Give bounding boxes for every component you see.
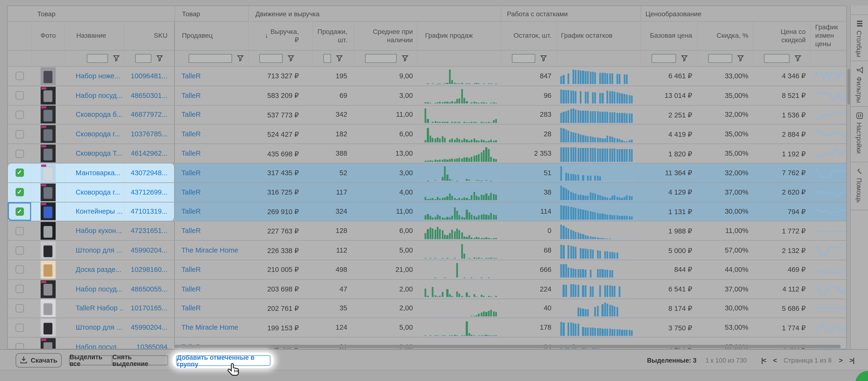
filter-input[interactable] <box>323 54 331 63</box>
row-checkbox[interactable] <box>15 130 24 138</box>
seller-link[interactable]: TalleR <box>181 266 200 274</box>
product-name-link[interactable]: Сковорода Т... <box>76 150 122 158</box>
row-checkbox[interactable] <box>15 285 24 293</box>
product-name-link[interactable]: Сковорода г... <box>76 130 120 138</box>
row-checkbox[interactable] <box>15 111 24 119</box>
product-photo[interactable] <box>40 164 55 182</box>
filter-input[interactable] <box>652 54 676 63</box>
product-name-link[interactable]: Мантоварка... <box>76 169 120 177</box>
select-all-button[interactable]: Выделить все <box>69 356 112 365</box>
seller-link[interactable]: TalleR <box>181 111 200 119</box>
seller-link[interactable]: TalleR <box>181 130 200 138</box>
filter-funnel-icon[interactable] <box>287 55 294 62</box>
product-name-link[interactable]: Штопор для ... <box>76 246 122 254</box>
table-row[interactable]: Сковорода Т...46142962...TalleR435 698 ₽… <box>8 144 846 163</box>
header-stock[interactable]: Остаток, шт. <box>501 22 557 50</box>
product-photo[interactable] <box>40 183 55 201</box>
header-price-chart[interactable]: График измен цены <box>810 22 847 50</box>
table-row[interactable]: Набор посуд...48650301...TalleR583 209 ₽… <box>8 86 846 105</box>
product-sku-link[interactable]: 43712699... <box>131 188 167 196</box>
filter-input[interactable] <box>259 54 283 63</box>
table-row[interactable]: Штопор для ...45990204...The Miracle Hom… <box>8 241 846 260</box>
product-photo[interactable] <box>40 241 55 259</box>
filter-funnel-icon[interactable] <box>113 55 120 62</box>
filter-input[interactable] <box>87 54 108 63</box>
table-row[interactable]: Набор ноже...10096481...TalleR713 327 ₽1… <box>8 67 846 86</box>
product-sku-link[interactable]: 10170165... <box>131 305 167 312</box>
row-checkbox[interactable] <box>15 246 24 254</box>
filter-input[interactable] <box>708 54 732 63</box>
header-seller[interactable]: Продавец <box>175 22 248 50</box>
product-name-link[interactable]: Набор ноже... <box>76 72 120 80</box>
seller-link[interactable]: TalleR <box>181 285 200 293</box>
filter-funnel-icon[interactable] <box>540 55 547 62</box>
product-photo[interactable] <box>40 145 55 163</box>
header-base-price[interactable]: Базовая цена <box>640 22 697 50</box>
header-sales[interactable]: Продажи, шт. <box>312 22 354 50</box>
product-sku-link[interactable]: 10376785... <box>131 130 167 138</box>
header-sku[interactable]: SKU <box>124 22 175 50</box>
product-sku-link[interactable]: 43072948... <box>131 169 167 177</box>
filter-input[interactable] <box>764 54 789 63</box>
product-name-link[interactable]: Набор посуд... <box>76 92 123 100</box>
table-row[interactable]: Набор посуд...48650055...TalleR203 698 ₽… <box>8 280 846 299</box>
product-sku-link[interactable]: 45990204... <box>131 246 167 254</box>
header-revenue[interactable]: ↓ Выручка, ₽ <box>248 22 312 50</box>
product-sku-link[interactable]: 46142962... <box>131 150 167 158</box>
product-name-link[interactable]: TalleR Набор ... <box>76 305 124 312</box>
table-row[interactable]: ✓Сковорода г...43712699...TalleR316 725 … <box>8 183 846 202</box>
product-sku-link[interactable]: 46877972... <box>131 111 167 119</box>
seller-link[interactable]: TalleR <box>181 227 200 235</box>
tab-columns[interactable]: Столбцы <box>851 14 868 61</box>
add-to-group-button[interactable]: Добавить отмеченные в группу <box>176 355 270 366</box>
row-checkbox[interactable] <box>15 323 24 332</box>
row-checkbox[interactable] <box>15 304 24 313</box>
row-checkbox[interactable] <box>15 150 24 158</box>
last-page-button[interactable]: >| <box>849 356 854 364</box>
filter-funnel-icon[interactable] <box>737 55 744 62</box>
filter-funnel-icon[interactable] <box>402 55 408 62</box>
row-checkbox[interactable] <box>15 343 24 349</box>
product-name-link[interactable]: Контейнеры ... <box>76 208 123 216</box>
product-photo[interactable] <box>40 67 55 85</box>
tab-settings[interactable]: Настройки <box>851 107 868 162</box>
vertical-scrollbar-thumb[interactable] <box>847 69 850 104</box>
seller-link[interactable]: TalleR <box>181 169 200 177</box>
product-photo[interactable] <box>40 261 55 279</box>
product-name-link[interactable]: Доска разде... <box>76 266 121 274</box>
product-photo[interactable] <box>40 125 55 143</box>
product-sku-link[interactable]: 10365094 <box>136 343 168 349</box>
seller-link[interactable]: TalleR <box>181 208 200 216</box>
product-sku-link[interactable]: 47101319... <box>131 208 167 216</box>
header-stock-chart[interactable]: График остатков <box>557 22 640 50</box>
filter-funnel-icon[interactable] <box>237 55 244 62</box>
product-photo[interactable] <box>40 280 55 298</box>
table-row[interactable]: ✓Контейнеры ...47101319...TalleR269 910 … <box>8 202 846 222</box>
product-sku-link[interactable]: 48650301... <box>131 92 167 100</box>
product-photo[interactable] <box>40 203 55 221</box>
row-checkbox-checked[interactable]: ✓ <box>15 188 24 196</box>
product-sku-link[interactable]: 47231651... <box>131 227 167 235</box>
filter-funnel-icon[interactable] <box>681 55 688 62</box>
seller-link[interactable]: TalleR <box>181 92 200 100</box>
filter-input[interactable] <box>365 54 397 63</box>
filter-input[interactable] <box>135 54 151 63</box>
table-row[interactable]: Сковорода б...46877972...TalleR537 773 ₽… <box>8 105 846 125</box>
deselect-button[interactable]: Снять выделение <box>112 356 167 365</box>
table-row[interactable]: Доска разде...10298160...TalleR210 005 ₽… <box>8 260 846 280</box>
header-sales-chart[interactable]: График продаж <box>417 22 501 50</box>
product-name-link[interactable]: Набор посуд... <box>76 285 123 293</box>
product-photo[interactable] <box>40 299 55 317</box>
header-photo[interactable]: Фото <box>31 22 64 50</box>
horizontal-scrollbar-thumb[interactable] <box>174 345 841 348</box>
product-photo[interactable] <box>40 222 55 240</box>
header-final-price[interactable]: Цена со скидкой <box>753 22 810 50</box>
product-sku-link[interactable]: 48650055... <box>131 285 167 293</box>
header-discount[interactable]: Скидка, % <box>697 22 753 50</box>
tab-help[interactable]: Помощь <box>851 162 868 210</box>
first-page-button[interactable]: |< <box>761 356 766 364</box>
product-sku-link[interactable]: 45990204... <box>131 324 167 331</box>
seller-link[interactable]: TalleR <box>181 305 200 312</box>
product-name-link[interactable]: Набор кухон... <box>76 227 122 235</box>
product-photo[interactable] <box>40 338 55 349</box>
